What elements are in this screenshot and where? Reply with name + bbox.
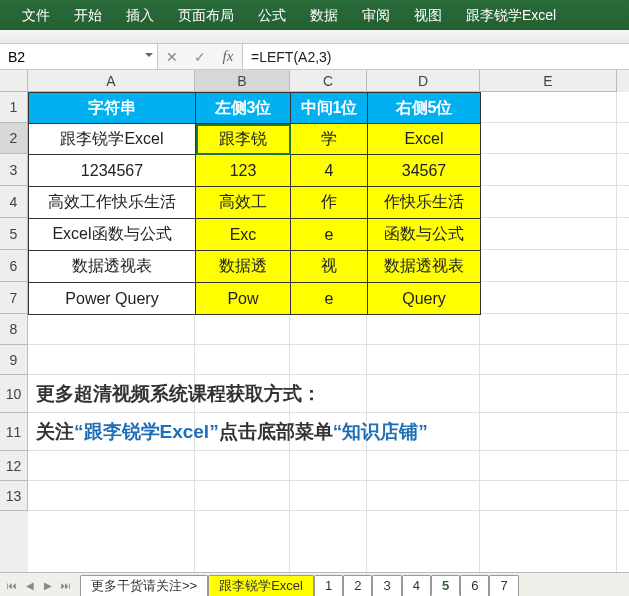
cell[interactable]: Exc xyxy=(196,219,291,251)
sheet-tab-main[interactable]: 跟李锐学Excel xyxy=(208,575,314,596)
ribbon-review[interactable]: 审阅 xyxy=(350,0,402,30)
cell[interactable]: Excel xyxy=(368,124,481,155)
name-box-value: B2 xyxy=(8,49,25,65)
cell[interactable]: Excel函数与公式 xyxy=(29,219,196,251)
ribbon-home[interactable]: 开始 xyxy=(62,0,114,30)
cells-canvas[interactable]: 字符串左侧3位中间1位右侧5位跟李锐学Excel跟李锐学Excel1234567… xyxy=(28,92,629,572)
table-header[interactable]: 中间1位 xyxy=(291,93,368,124)
column-headers: ABCDE xyxy=(28,70,629,92)
fx-button[interactable]: fx xyxy=(214,44,242,70)
name-box[interactable]: B2 xyxy=(0,44,158,69)
col-header-D[interactable]: D xyxy=(367,70,480,92)
sheet-tab-bar: ⏮ ◀ ▶ ⏭ 更多干货请关注>>跟李锐学Excel1234567 xyxy=(0,572,629,596)
tab-nav-arrows: ⏮ ◀ ▶ ⏭ xyxy=(4,576,74,594)
row-header-9[interactable]: 9 xyxy=(0,345,28,375)
row-header-2[interactable]: 2 xyxy=(0,123,28,154)
promo-line2: 关注“跟李锐学Excel”点击底部菜单“知识店铺” xyxy=(36,419,428,445)
cell[interactable]: 视 xyxy=(291,251,368,283)
cell[interactable]: e xyxy=(291,219,368,251)
sheet-area: ABCDE 12345678910111213 字符串左侧3位中间1位右侧5位跟… xyxy=(0,70,629,572)
ribbon-view[interactable]: 视图 xyxy=(402,0,454,30)
col-header-A[interactable]: A xyxy=(28,70,195,92)
row-headers: 12345678910111213 xyxy=(0,92,28,572)
cell[interactable]: 数据透视表 xyxy=(368,251,481,283)
formula-controls: ✕ ✓ fx xyxy=(158,44,243,69)
sheet-tab-2[interactable]: 2 xyxy=(343,575,372,596)
cell[interactable]: 跟李锐 xyxy=(196,124,291,155)
ribbon-insert[interactable]: 插入 xyxy=(114,0,166,30)
cell[interactable]: 数据透 xyxy=(196,251,291,283)
sheet-tab-3[interactable]: 3 xyxy=(372,575,401,596)
cell[interactable]: Power Query xyxy=(29,283,196,315)
name-box-dropdown-icon[interactable] xyxy=(145,53,153,61)
row-header-5[interactable]: 5 xyxy=(0,218,28,250)
tab-nav-first-icon[interactable]: ⏮ xyxy=(4,576,20,594)
table-header[interactable]: 字符串 xyxy=(29,93,196,124)
col-header-B[interactable]: B xyxy=(195,70,290,92)
row-header-12[interactable]: 12 xyxy=(0,451,28,481)
ribbon-menu: 文件 开始 插入 页面布局 公式 数据 审阅 视图 跟李锐学Excel xyxy=(0,0,629,30)
cell[interactable]: 高效工作快乐生活 xyxy=(29,187,196,219)
cell[interactable]: 跟李锐学Excel xyxy=(29,124,196,155)
row-header-11[interactable]: 11 xyxy=(0,413,28,451)
sheet-tab-4[interactable]: 4 xyxy=(402,575,431,596)
select-all-corner[interactable] xyxy=(0,70,28,92)
cancel-button[interactable]: ✕ xyxy=(158,44,186,70)
table-header[interactable]: 右侧5位 xyxy=(368,93,481,124)
promo-line1: 更多超清视频系统课程获取方式： xyxy=(36,381,321,407)
cell[interactable]: Query xyxy=(368,283,481,315)
row-header-8[interactable]: 8 xyxy=(0,314,28,345)
cell[interactable]: e xyxy=(291,283,368,315)
cell[interactable]: Pow xyxy=(196,283,291,315)
sheet-tab-info[interactable]: 更多干货请关注>> xyxy=(80,575,208,596)
row-header-7[interactable]: 7 xyxy=(0,282,28,314)
ribbon-formulas[interactable]: 公式 xyxy=(246,0,298,30)
cell[interactable]: 1234567 xyxy=(29,155,196,187)
cell[interactable]: 作 xyxy=(291,187,368,219)
data-table: 字符串左侧3位中间1位右侧5位跟李锐学Excel跟李锐学Excel1234567… xyxy=(28,92,481,315)
row-header-4[interactable]: 4 xyxy=(0,186,28,218)
cell[interactable]: 34567 xyxy=(368,155,481,187)
cell[interactable]: 123 xyxy=(196,155,291,187)
col-header-E[interactable]: E xyxy=(480,70,617,92)
quick-toolbar xyxy=(0,30,629,44)
sheet-tab-7[interactable]: 7 xyxy=(489,575,518,596)
table-header[interactable]: 左侧3位 xyxy=(196,93,291,124)
cell[interactable]: 函数与公式 xyxy=(368,219,481,251)
tab-nav-last-icon[interactable]: ⏭ xyxy=(58,576,74,594)
row-header-3[interactable]: 3 xyxy=(0,154,28,186)
row-header-6[interactable]: 6 xyxy=(0,250,28,282)
formula-input[interactable] xyxy=(243,44,629,69)
confirm-button[interactable]: ✓ xyxy=(186,44,214,70)
tab-nav-next-icon[interactable]: ▶ xyxy=(40,576,56,594)
col-header-C[interactable]: C xyxy=(290,70,367,92)
ribbon-layout[interactable]: 页面布局 xyxy=(166,0,246,30)
cell[interactable]: 高效工 xyxy=(196,187,291,219)
cell[interactable]: 数据透视表 xyxy=(29,251,196,283)
cell[interactable]: 学 xyxy=(291,124,368,155)
ribbon-custom[interactable]: 跟李锐学Excel xyxy=(454,0,568,30)
ribbon-data[interactable]: 数据 xyxy=(298,0,350,30)
cell[interactable]: 4 xyxy=(291,155,368,187)
ribbon-file[interactable]: 文件 xyxy=(10,0,62,30)
row-header-10[interactable]: 10 xyxy=(0,375,28,413)
tab-nav-prev-icon[interactable]: ◀ xyxy=(22,576,38,594)
row-header-13[interactable]: 13 xyxy=(0,481,28,511)
sheet-tab-5[interactable]: 5 xyxy=(431,575,460,596)
formula-bar-row: B2 ✕ ✓ fx xyxy=(0,44,629,70)
sheet-tab-6[interactable]: 6 xyxy=(460,575,489,596)
cell[interactable]: 作快乐生活 xyxy=(368,187,481,219)
sheet-tab-1[interactable]: 1 xyxy=(314,575,343,596)
row-header-1[interactable]: 1 xyxy=(0,92,28,123)
